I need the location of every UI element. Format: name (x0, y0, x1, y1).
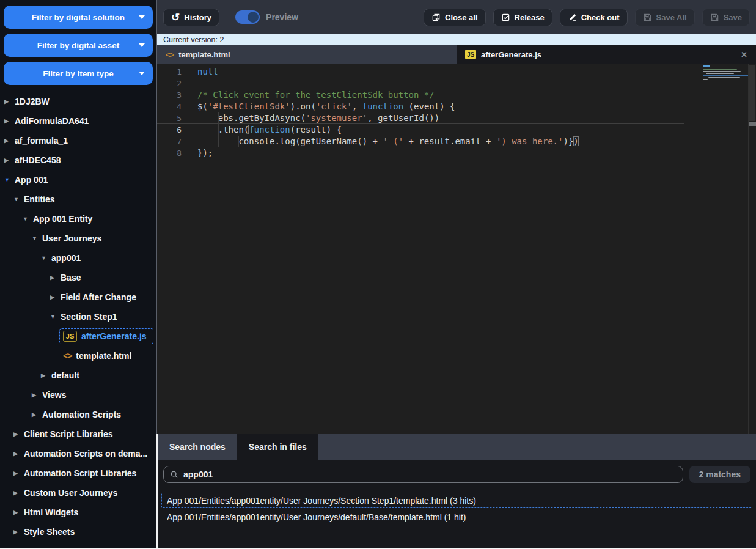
tab-search-in-files[interactable]: Search in files (237, 434, 318, 460)
minimap-line (703, 71, 741, 72)
search-input-box[interactable] (163, 466, 683, 483)
tree-item-app001[interactable]: ▼app001 (0, 248, 156, 268)
scrollbar-thumb[interactable] (749, 65, 755, 121)
tab-template-html[interactable]: <> template.html (157, 45, 457, 64)
close-all-button[interactable]: Close all (424, 9, 485, 26)
chevron-collapsed-icon[interactable]: ▶ (50, 287, 61, 307)
save-all-button[interactable]: Save All (635, 9, 695, 26)
indent-guide (238, 136, 239, 147)
code-line-4[interactable]: 4$('#testClientSdk').on('click', functio… (157, 101, 684, 112)
search-input[interactable] (183, 470, 677, 479)
search-icon (170, 470, 178, 479)
chevron-collapsed-icon[interactable]: ▶ (13, 483, 24, 503)
history-button[interactable]: ↺ History (163, 9, 219, 26)
js-file-icon: JS (465, 50, 476, 59)
chevron-expanded-icon[interactable]: ▼ (23, 209, 33, 229)
code-line-6[interactable]: 6 .then(function(result) { (157, 124, 684, 136)
check-out-button[interactable]: Check out (560, 9, 628, 26)
chevron-expanded-icon[interactable]: ▼ (50, 307, 61, 326)
search-result-row[interactable]: App 001/Entities/app001entity/User Journ… (161, 509, 752, 525)
tree-item-label: User Journeys (42, 234, 101, 243)
tree-item-adiformulada641[interactable]: ▶AdiFormulaDA641 (0, 111, 156, 131)
code-line-7[interactable]: 7 console.log(getUserName() + ' (' + res… (157, 136, 684, 147)
editor-scrollbar[interactable] (748, 64, 756, 434)
line-number: 4 (157, 101, 182, 112)
tree-item-template-html[interactable]: <>template.html (0, 346, 156, 366)
close-tab-icon[interactable]: ✕ (741, 50, 747, 59)
filter-digital-asset-button[interactable]: Filter by digital asset (4, 34, 153, 57)
tree-item-afhdec458[interactable]: ▶afHDEC458 (0, 150, 156, 170)
minimap[interactable] (703, 65, 748, 81)
chevron-collapsed-icon[interactable]: ▶ (13, 444, 24, 463)
tree-item-label: default (51, 370, 79, 380)
code-editor[interactable]: 1null23/* Click event for the testClient… (157, 64, 756, 434)
line-number: 7 (157, 136, 182, 147)
chevron-expanded-icon[interactable]: ▼ (41, 248, 51, 268)
tree-item-custom-user-journeys[interactable]: ▶Custom User Journeys (0, 483, 156, 503)
tab-aftergenerate-js[interactable]: JS afterGenerate.js ✕ (457, 45, 756, 64)
chevron-expanded-icon[interactable]: ▼ (13, 190, 24, 209)
line-number: 8 (157, 147, 182, 159)
release-button[interactable]: Release (493, 9, 552, 26)
chevron-collapsed-icon[interactable]: ▶ (13, 503, 24, 522)
line-number: 6 (157, 124, 182, 136)
chevron-collapsed-icon[interactable]: ▶ (50, 268, 61, 287)
tree-item-client-script-libraries[interactable]: ▶Client Script Libraries (0, 424, 156, 444)
chevron-collapsed-icon[interactable]: ▶ (13, 522, 24, 542)
chevron-collapsed-icon[interactable]: ▶ (13, 424, 24, 444)
tree-item-1dj2bw[interactable]: ▶1DJ2BW (0, 92, 156, 111)
tree-item-views[interactable]: ▶Views (0, 385, 156, 405)
chevron-collapsed-icon[interactable]: ▶ (4, 131, 15, 150)
preview-toggle[interactable] (235, 10, 260, 24)
tree-item-user-journeys[interactable]: ▼User Journeys (0, 229, 156, 248)
code-area: 1null23/* Click event for the testClient… (157, 66, 684, 159)
save-label: Save (724, 13, 742, 22)
chevron-collapsed-icon[interactable]: ▶ (32, 385, 42, 405)
save-all-label: Save All (656, 13, 687, 22)
tree-item-automation-scripts-on-dema[interactable]: ▶Automation Scripts on dema... (0, 444, 156, 463)
tree-item-app-001[interactable]: ▼App 001 (0, 170, 156, 190)
tree-item-label: Base (61, 273, 81, 282)
code-line-5[interactable]: 5 ebs.getByIdAsync('systemuser', getUser… (157, 112, 684, 124)
search-result-row[interactable]: App 001/Entities/app001entity/User Journ… (161, 493, 752, 508)
history-label: History (184, 13, 211, 22)
js-file-icon: JS (63, 331, 77, 342)
line-text: .then(function(result) { (182, 124, 342, 136)
tree-item-base[interactable]: ▶Base (0, 268, 156, 287)
tree-item-section-step1[interactable]: ▼Section Step1 (0, 307, 156, 326)
filter-digital-solution-button[interactable]: Filter by digital solution (4, 6, 153, 29)
tree-item-field-after-change[interactable]: ▶Field After Change (0, 287, 156, 307)
chevron-collapsed-icon[interactable]: ▶ (4, 111, 15, 131)
tree-item-style-sheets[interactable]: ▶Style Sheets (0, 522, 156, 542)
code-line-3[interactable]: 3/* Click event for the testClientSdk bu… (157, 89, 684, 101)
chevron-collapsed-icon[interactable]: ▶ (13, 463, 24, 483)
tree-item-automation-script-libraries[interactable]: ▶Automation Script Libraries (0, 463, 156, 483)
tree-item-entities[interactable]: ▼Entities (0, 190, 156, 209)
code-line-8[interactable]: 8}); (157, 147, 684, 159)
tree-item-aftergenerate-js[interactable]: JSafterGenerate.js (0, 326, 156, 346)
chevron-collapsed-icon[interactable]: ▶ (32, 405, 42, 424)
chevron-collapsed-icon[interactable]: ▶ (4, 92, 15, 111)
tree-item-label: Client Script Libraries (24, 429, 112, 439)
filter-item-type-button[interactable]: Filter by item type (4, 62, 153, 85)
tab-search-nodes[interactable]: Search nodes (158, 434, 237, 460)
current-line-marker (749, 122, 756, 126)
save-button[interactable]: Save (702, 9, 750, 26)
tree-item-label: app001 (51, 253, 81, 263)
chevron-expanded-icon[interactable]: ▼ (4, 170, 15, 190)
tree-item-default[interactable]: ▶default (0, 366, 156, 385)
editor-tabstrip: <> template.html JS afterGenerate.js ✕ (157, 45, 756, 64)
tree-item-label: Field After Change (61, 292, 136, 302)
code-line-1[interactable]: 1null (157, 66, 684, 78)
chevron-collapsed-icon[interactable]: ▶ (4, 150, 15, 170)
tree-item-html-widgets[interactable]: ▶Html Widgets (0, 503, 156, 522)
minimap-line (703, 79, 708, 80)
tree-item-automation-scripts[interactable]: ▶Automation Scripts (0, 405, 156, 424)
tree-file-box: <>template.html (59, 348, 138, 363)
chevron-collapsed-icon[interactable]: ▶ (41, 366, 51, 385)
app-root: Filter by digital solution Filter by dig… (0, 0, 756, 549)
code-line-2[interactable]: 2 (157, 78, 684, 89)
tree-item-af-formula-1[interactable]: ▶af_formula_1 (0, 131, 156, 150)
chevron-expanded-icon[interactable]: ▼ (32, 229, 42, 248)
tree-item-app-001-entity[interactable]: ▼App 001 Entity (0, 209, 156, 229)
